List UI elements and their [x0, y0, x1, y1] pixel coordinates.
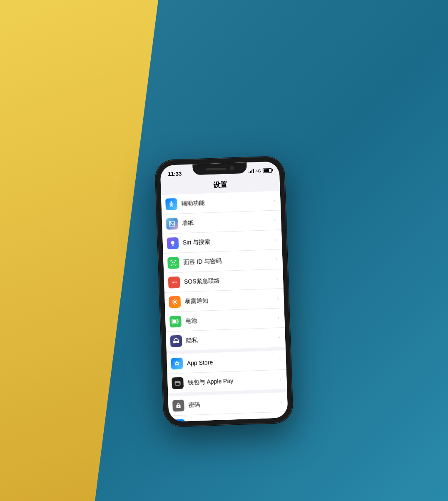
svg-rect-7 — [175, 381, 180, 385]
mail-label: 邮件 — [189, 418, 281, 421]
phone-device: 11:33 4G 设置 — [155, 156, 293, 427]
wallet-chevron: › — [280, 376, 282, 383]
faceid-chevron: › — [275, 256, 277, 262]
exposure-label: 暴露通知 — [184, 295, 277, 306]
svg-point-0 — [170, 201, 172, 203]
passwords-label: 密码 — [188, 398, 281, 409]
mail-icon — [173, 419, 185, 421]
exposure-icon — [169, 296, 181, 308]
settings-group-2: App Store › 钱包与 Apple Pay › — [167, 350, 287, 393]
appstore-chevron: › — [279, 356, 281, 363]
wallet-icon — [172, 377, 184, 389]
privacy-chevron: › — [278, 334, 280, 341]
svg-point-8 — [179, 384, 179, 384]
settings-group-1: 辅助功能 › 墙纸 › — [161, 191, 286, 351]
accessibility-chevron: › — [274, 197, 276, 204]
wallpaper-label: 墙纸 — [182, 217, 274, 227]
front-camera — [230, 166, 234, 170]
sos-chevron: › — [276, 275, 278, 282]
siri-icon — [167, 237, 179, 249]
settings-group-3: 密码 › 邮件 › — [168, 392, 288, 422]
status-icons: 4G — [248, 168, 272, 173]
passwords-icon — [172, 400, 184, 412]
sos-icon: SOS — [168, 277, 180, 289]
battery-settings-icon — [169, 316, 182, 328]
phone-notch — [192, 162, 247, 175]
accessibility-label: 辅助功能 — [181, 197, 274, 208]
wallet-label: 钱包与 Apple Pay — [187, 376, 280, 386]
siri-label: Siri 与搜索 — [183, 236, 275, 247]
svg-rect-6 — [172, 320, 176, 323]
status-time: 11:33 — [168, 170, 182, 177]
svg-point-3 — [174, 262, 175, 263]
svg-point-2 — [172, 262, 173, 263]
appstore-icon — [171, 358, 183, 370]
faceid-icon — [167, 257, 179, 269]
battery-icon — [263, 168, 272, 173]
wallpaper-chevron: › — [274, 217, 276, 224]
wallpaper-icon — [166, 218, 178, 230]
accessibility-icon — [165, 198, 177, 210]
phone-screen: 11:33 4G 设置 — [160, 161, 288, 422]
mail-chevron: › — [281, 418, 283, 422]
battery-label: 电池 — [185, 314, 278, 325]
passwords-chevron: › — [280, 399, 282, 405]
exposure-chevron: › — [277, 295, 279, 302]
svg-point-4 — [174, 301, 176, 303]
faceid-label: 面容 ID 与密码 — [183, 256, 276, 267]
speaker-grille — [206, 167, 226, 170]
appstore-label: App Store — [187, 356, 279, 366]
battery-chevron: › — [277, 314, 279, 321]
signal-icon — [248, 169, 254, 173]
phone-frame: 11:33 4G 设置 — [155, 156, 293, 427]
settings-list[interactable]: 辅助功能 › 墙纸 › — [161, 191, 288, 422]
privacy-icon — [170, 335, 182, 347]
sos-label: SOS紧急联络 — [184, 275, 276, 286]
privacy-label: 隐私 — [186, 334, 279, 345]
battery-fill — [264, 169, 269, 172]
siri-chevron: › — [275, 237, 277, 243]
network-type: 4G — [255, 168, 261, 173]
